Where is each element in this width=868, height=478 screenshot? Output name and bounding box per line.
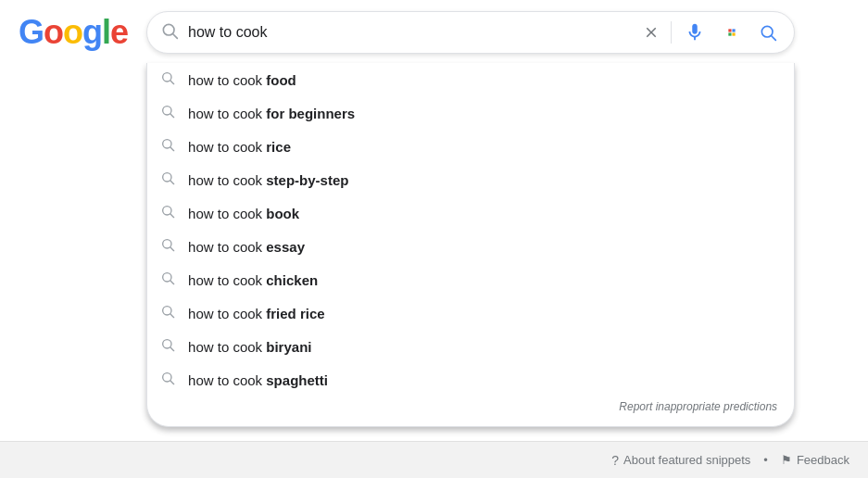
feedback-label: Feedback bbox=[797, 453, 849, 467]
ac-text-4: how to cook book bbox=[188, 206, 299, 221]
svg-line-15 bbox=[170, 247, 174, 251]
ac-bold-4: book bbox=[266, 206, 299, 221]
ac-bold-6: chicken bbox=[266, 272, 318, 288]
feedback-button[interactable]: ⚑ Feedback bbox=[781, 453, 849, 467]
ac-text-8: how to cook biryani bbox=[188, 339, 311, 355]
search-box bbox=[146, 11, 795, 54]
logo-o2: o bbox=[63, 13, 82, 51]
ac-search-icon-7 bbox=[160, 304, 175, 322]
ac-search-icon-2 bbox=[160, 137, 175, 156]
svg-line-19 bbox=[170, 314, 174, 318]
logo-e: e bbox=[110, 13, 128, 51]
ac-bold-2: rice bbox=[266, 139, 291, 155]
question-icon: ? bbox=[611, 453, 619, 468]
svg-line-9 bbox=[170, 147, 174, 151]
autocomplete-item-fried-rice[interactable]: how to cook fried rice bbox=[147, 296, 794, 330]
svg-line-1 bbox=[173, 33, 178, 38]
about-snippets-label: About featured snippets bbox=[623, 453, 750, 467]
clear-button[interactable] bbox=[641, 22, 661, 43]
header: Google bbox=[0, 0, 868, 65]
ac-text-6: how to cook chicken bbox=[188, 272, 318, 288]
divider bbox=[671, 21, 672, 44]
logo-g2: g bbox=[82, 13, 102, 51]
logo-l: l bbox=[102, 13, 110, 51]
ac-search-icon-5 bbox=[160, 237, 175, 256]
ac-text-7: how to cook fried rice bbox=[188, 306, 325, 321]
svg-line-17 bbox=[170, 281, 174, 284]
autocomplete-item-book[interactable]: how to cook book bbox=[147, 196, 794, 230]
ac-bold-7: fried rice bbox=[266, 306, 324, 321]
autocomplete-item-chicken[interactable]: how to cook chicken bbox=[147, 263, 794, 296]
ac-text-2: how to cook rice bbox=[188, 139, 291, 155]
svg-line-7 bbox=[170, 114, 174, 118]
ac-search-icon-6 bbox=[160, 270, 175, 289]
autocomplete-item-spaghetti[interactable]: how to cook spaghetti bbox=[147, 363, 794, 396]
bottom-bar-bullet: • bbox=[763, 453, 768, 467]
ac-search-icon-4 bbox=[160, 204, 175, 222]
svg-line-13 bbox=[170, 214, 174, 218]
autocomplete-item-food[interactable]: how to cook food bbox=[147, 63, 794, 96]
autocomplete-item-step-by-step[interactable]: how to cook step-by-step bbox=[147, 163, 794, 196]
autocomplete-item-essay[interactable]: how to cook essay bbox=[147, 230, 794, 263]
svg-line-21 bbox=[170, 347, 174, 351]
logo-g1: G bbox=[19, 13, 44, 51]
autocomplete-item-biryani[interactable]: how to cook biryani bbox=[147, 330, 794, 363]
ac-text-9: how to cook spaghetti bbox=[188, 372, 328, 388]
search-icon-left bbox=[160, 21, 179, 44]
svg-line-23 bbox=[170, 381, 174, 384]
search-input[interactable] bbox=[188, 24, 634, 41]
autocomplete-item-rice[interactable]: how to cook rice bbox=[147, 130, 794, 163]
svg-line-3 bbox=[772, 36, 776, 41]
report-text[interactable]: Report inappropriate predictions bbox=[147, 396, 794, 419]
search-box-wrapper: how to cook food how to cook for beginne… bbox=[146, 11, 795, 54]
autocomplete-item-beginners[interactable]: how to cook for beginners bbox=[147, 96, 794, 130]
image-search-button[interactable] bbox=[718, 19, 746, 46]
ac-search-icon-9 bbox=[160, 371, 175, 389]
ac-search-icon-3 bbox=[160, 170, 175, 189]
logo-o1: o bbox=[44, 13, 63, 51]
ac-bold-5: essay bbox=[266, 239, 305, 255]
ac-search-icon-8 bbox=[160, 337, 175, 356]
bottom-bar: ? About featured snippets • ⚑ Feedback bbox=[0, 441, 868, 478]
autocomplete-dropdown: how to cook food how to cook for beginne… bbox=[146, 63, 795, 427]
ac-bold-1: for beginners bbox=[266, 106, 355, 121]
voice-search-button[interactable] bbox=[681, 19, 709, 46]
ac-text-0: how to cook food bbox=[188, 72, 296, 88]
search-controls bbox=[641, 19, 781, 46]
ac-search-icon-0 bbox=[160, 70, 175, 89]
ac-search-icon-1 bbox=[160, 104, 175, 122]
google-logo: Google bbox=[19, 13, 128, 52]
ac-text-5: how to cook essay bbox=[188, 239, 305, 255]
about-snippets-button[interactable]: ? About featured snippets bbox=[611, 453, 750, 468]
svg-line-11 bbox=[170, 181, 174, 184]
svg-line-5 bbox=[170, 81, 174, 84]
ac-text-1: how to cook for beginners bbox=[188, 106, 355, 121]
ac-text-3: how to cook step-by-step bbox=[188, 172, 348, 188]
flag-icon: ⚑ bbox=[781, 453, 792, 467]
ac-bold-8: biryani bbox=[266, 339, 311, 355]
ac-bold-3: step-by-step bbox=[266, 172, 348, 188]
ac-bold-9: spaghetti bbox=[266, 372, 328, 388]
google-search-button[interactable] bbox=[755, 19, 781, 45]
ac-bold-0: food bbox=[266, 72, 296, 88]
